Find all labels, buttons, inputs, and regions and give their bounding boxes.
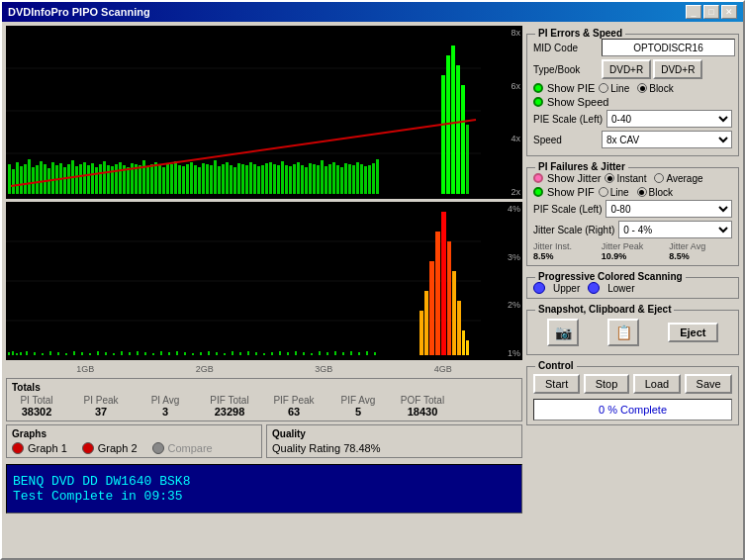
snapshot-group: Snapshot, Clipboard & Eject 📷 📋 Eject: [526, 310, 739, 355]
graph-items: Graph 1 Graph 2 Compare: [12, 442, 256, 454]
svg-rect-112: [34, 352, 36, 355]
svg-rect-116: [65, 353, 67, 355]
totals-row: PI Total 38302 PI Peak 37 PI Avg 3 PIF T…: [12, 395, 516, 418]
svg-rect-162: [452, 271, 456, 355]
bottom-chart-svg: [6, 202, 522, 360]
progressive-group: Progressive Colored Scanning Upper Lower: [526, 277, 739, 299]
svg-rect-131: [184, 352, 186, 355]
show-pie-indicator: [533, 83, 543, 93]
svg-rect-3: [8, 164, 11, 194]
maximize-button[interactable]: □: [703, 5, 719, 19]
jitter-peak-value: 10.9%: [602, 251, 665, 261]
pie-scale-select[interactable]: 0-40: [606, 110, 732, 128]
speed-select[interactable]: 8x CAV: [602, 131, 732, 148]
stop-button[interactable]: Stop: [584, 374, 629, 394]
pif-total-value: 23298: [215, 406, 245, 418]
jitter-inst-col: Jitter Inst. 8.5%: [533, 241, 597, 261]
svg-rect-27: [103, 161, 106, 194]
svg-rect-59: [230, 165, 233, 194]
svg-rect-74: [289, 166, 292, 194]
control-title: Control: [535, 360, 577, 371]
svg-rect-79: [309, 163, 312, 194]
dvd-r-btn1[interactable]: DVD+R: [602, 59, 651, 79]
svg-rect-39: [150, 164, 153, 194]
svg-rect-86: [336, 165, 339, 194]
compare-dot: [152, 442, 164, 454]
minimize-button[interactable]: _: [686, 5, 701, 19]
svg-rect-152: [350, 351, 352, 355]
svg-rect-48: [186, 164, 189, 194]
jitter-instant-radio[interactable]: Instant: [605, 173, 646, 184]
svg-rect-111: [26, 351, 28, 355]
svg-rect-124: [129, 352, 131, 355]
pie-block-radio[interactable]: Block: [637, 83, 673, 94]
svg-rect-68: [265, 163, 268, 194]
svg-rect-83: [325, 166, 327, 194]
pie-scale-row: PIE Scale (Left) 0-40: [533, 110, 732, 128]
svg-rect-107: [8, 352, 10, 355]
snapshot-title: Snapshot, Clipboard & Eject: [535, 304, 674, 315]
pif-line-radio[interactable]: Line: [599, 187, 629, 198]
svg-rect-134: [208, 351, 210, 355]
pif-block-radio[interactable]: Block: [637, 187, 673, 198]
clipboard-button[interactable]: 📋: [607, 319, 639, 346]
camera-button[interactable]: 📷: [547, 319, 579, 346]
show-pif-row: Show PIF Line Block: [533, 186, 732, 198]
svg-rect-113: [42, 353, 44, 355]
svg-rect-154: [366, 351, 368, 355]
close-button[interactable]: ✕: [721, 5, 737, 19]
svg-rect-114: [49, 351, 51, 355]
progressive-title: Progressive Colored Scanning: [535, 271, 686, 282]
svg-rect-100: [456, 65, 460, 194]
start-button[interactable]: Start: [533, 374, 580, 394]
svg-rect-160: [441, 212, 446, 355]
jitter-inst-value: 8.5%: [533, 251, 597, 261]
speed-row: Speed 8x CAV: [533, 131, 732, 148]
svg-rect-159: [435, 232, 440, 355]
jitter-peak-col: Jitter Peak 10.9%: [602, 241, 665, 261]
svg-rect-161: [447, 241, 451, 355]
jitter-peak-label: Jitter Peak: [602, 241, 665, 251]
pif-radio-group: Line Block: [599, 187, 673, 198]
snapshot-row: 📷 📋 Eject: [533, 315, 732, 350]
svg-rect-30: [115, 164, 118, 194]
pif-scale-row: PIF Scale (Left) 0-80: [533, 200, 732, 218]
jitter-inst-label: Jitter Inst.: [533, 241, 597, 251]
svg-rect-149: [326, 352, 328, 355]
pif-line-circle: [599, 187, 608, 197]
show-speed-row: Show Speed: [533, 96, 732, 108]
eject-button[interactable]: Eject: [668, 323, 717, 342]
graph2-item: Graph 2: [82, 442, 138, 454]
save-button[interactable]: Save: [685, 374, 732, 394]
svg-rect-123: [121, 351, 123, 355]
pif-scale-select[interactable]: 0-80: [605, 200, 732, 218]
control-row: Start Stop Load Save: [533, 371, 732, 397]
mid-code-input[interactable]: [602, 39, 735, 56]
pie-line-radio[interactable]: Line: [599, 83, 629, 94]
svg-rect-92: [360, 164, 363, 194]
svg-rect-71: [277, 165, 280, 194]
svg-rect-47: [182, 166, 185, 194]
jitter-scale-select[interactable]: 0 - 4%: [618, 221, 732, 238]
jitter-scale-row: Jitter Scale (Right) 0 - 4%: [533, 221, 732, 238]
bottom-section: Graphs Graph 1 Graph 2 Compare: [6, 424, 522, 458]
svg-rect-62: [241, 164, 244, 194]
svg-rect-120: [97, 351, 99, 355]
title-bar: DVDInfoPro PIPO Scanning _ □ ✕: [2, 2, 743, 22]
top-chart: 8x 6x 4x 2x: [6, 26, 522, 199]
dvd-r-btn2[interactable]: DVD+R: [653, 59, 702, 79]
quality-header: Quality: [272, 428, 516, 439]
load-button[interactable]: Load: [633, 374, 681, 394]
svg-rect-61: [237, 163, 240, 194]
svg-rect-49: [190, 162, 193, 194]
pi-failures-title: PI Failures & Jitter: [535, 161, 628, 172]
svg-rect-93: [364, 166, 367, 194]
svg-rect-53: [206, 164, 209, 194]
svg-rect-24: [91, 163, 94, 194]
progress-text: 0 % Complete: [599, 404, 667, 416]
graph1-dot: [12, 442, 24, 454]
jitter-average-radio[interactable]: Average: [654, 173, 702, 184]
pif-peak-value: 63: [288, 406, 300, 418]
pi-avg-value: 3: [162, 406, 168, 418]
compare-item: Compare: [152, 442, 213, 454]
